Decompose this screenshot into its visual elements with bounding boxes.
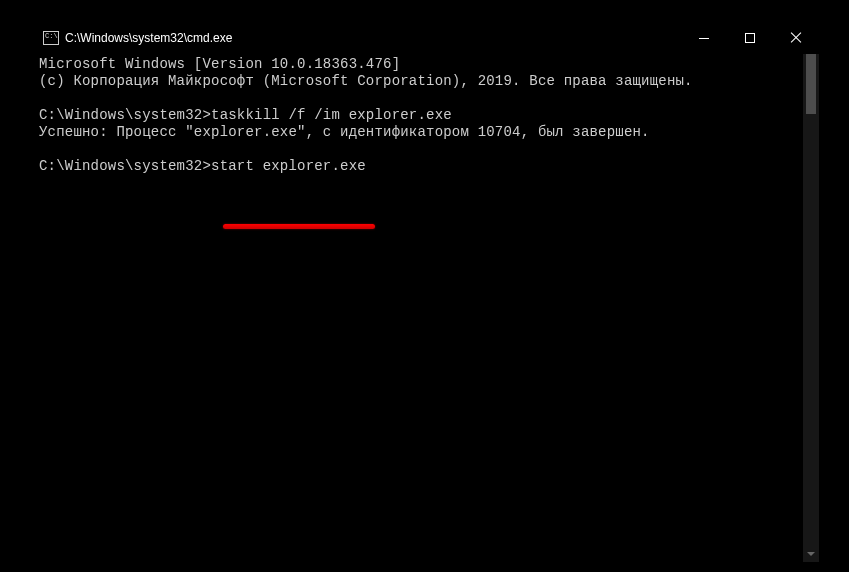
maximize-button[interactable]	[727, 22, 773, 54]
titlebar-left: C:\Windows\system32\cmd.exe	[43, 31, 232, 45]
prompt-path: C:\Windows\system32>	[39, 158, 211, 174]
blank-line	[39, 90, 799, 107]
prompt-path: C:\Windows\system32>	[39, 107, 211, 123]
prompt-line: C:\Windows\system32>start explorer.exe	[39, 158, 799, 175]
cmd-icon	[43, 31, 59, 45]
terminal-content[interactable]: Microsoft Windows [Version 10.0.18363.47…	[35, 54, 803, 562]
minimize-icon	[699, 38, 709, 39]
scroll-thumb[interactable]	[806, 54, 816, 114]
scroll-down-button[interactable]	[803, 546, 819, 562]
window-title: C:\Windows\system32\cmd.exe	[65, 31, 232, 45]
output-line: (c) Корпорация Майкрософт (Microsoft Cor…	[39, 73, 799, 90]
vertical-scrollbar[interactable]	[803, 54, 819, 562]
close-button[interactable]	[773, 22, 819, 54]
output-line: Успешно: Процесс "explorer.exe", с идент…	[39, 124, 799, 141]
maximize-icon	[745, 33, 755, 43]
window-controls	[681, 22, 819, 54]
close-icon	[790, 32, 802, 44]
output-line: Microsoft Windows [Version 10.0.18363.47…	[39, 56, 799, 73]
blank-line	[39, 141, 799, 158]
chevron-down-icon	[807, 552, 815, 556]
terminal-body: Microsoft Windows [Version 10.0.18363.47…	[35, 54, 819, 562]
highlight-annotation	[223, 224, 375, 229]
titlebar[interactable]: C:\Windows\system32\cmd.exe	[35, 22, 819, 54]
command-text: taskkill /f /im explorer.exe	[211, 107, 452, 123]
minimize-button[interactable]	[681, 22, 727, 54]
prompt-line: C:\Windows\system32>taskkill /f /im expl…	[39, 107, 799, 124]
cmd-window: C:\Windows\system32\cmd.exe Microsoft Wi…	[35, 22, 819, 562]
command-text: start explorer.exe	[211, 158, 366, 174]
